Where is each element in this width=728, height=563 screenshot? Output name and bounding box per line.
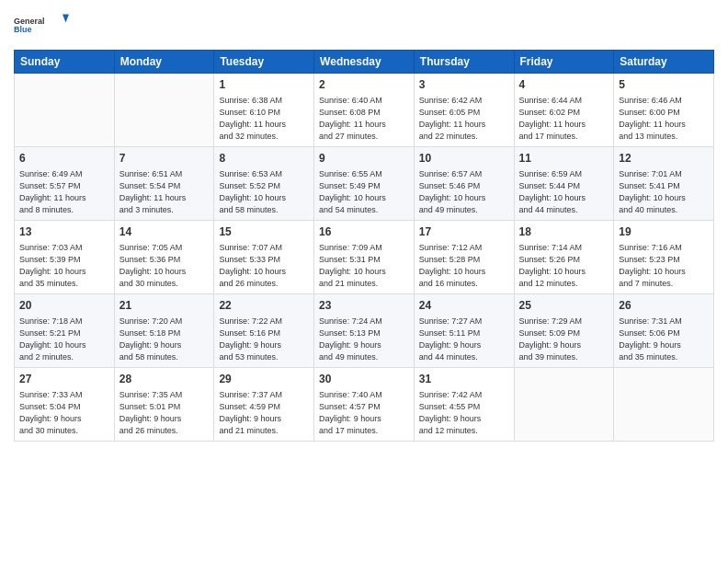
day-info: Sunrise: 6:53 AM Sunset: 5:52 PM Dayligh… xyxy=(219,168,309,216)
calendar-cell: 8Sunrise: 6:53 AM Sunset: 5:52 PM Daylig… xyxy=(214,147,314,221)
day-number: 14 xyxy=(119,224,210,240)
day-number: 2 xyxy=(319,77,409,93)
calendar-cell: 28Sunrise: 7:35 AM Sunset: 5:01 PM Dayli… xyxy=(114,368,214,442)
calendar-cell: 7Sunrise: 6:51 AM Sunset: 5:54 PM Daylig… xyxy=(114,147,214,221)
day-info: Sunrise: 7:24 AM Sunset: 5:13 PM Dayligh… xyxy=(319,316,409,363)
calendar-week-row: 20Sunrise: 7:18 AM Sunset: 5:21 PM Dayli… xyxy=(15,294,714,368)
calendar-cell xyxy=(614,368,714,442)
logo-svg: General Blue xyxy=(14,9,69,42)
day-number: 5 xyxy=(619,77,709,93)
day-info: Sunrise: 7:42 AM Sunset: 4:55 PM Dayligh… xyxy=(419,389,509,437)
day-info: Sunrise: 7:07 AM Sunset: 5:33 PM Dayligh… xyxy=(219,242,309,290)
calendar-cell: 18Sunrise: 7:14 AM Sunset: 5:26 PM Dayli… xyxy=(514,221,614,294)
day-info: Sunrise: 6:49 AM Sunset: 5:57 PM Dayligh… xyxy=(19,168,109,216)
calendar-cell: 6Sunrise: 6:49 AM Sunset: 5:57 PM Daylig… xyxy=(15,147,115,221)
calendar-cell: 11Sunrise: 6:59 AM Sunset: 5:44 PM Dayli… xyxy=(514,147,614,221)
calendar-cell: 21Sunrise: 7:20 AM Sunset: 5:18 PM Dayli… xyxy=(114,294,214,368)
day-number: 9 xyxy=(319,151,409,167)
calendar-cell: 22Sunrise: 7:22 AM Sunset: 5:16 PM Dayli… xyxy=(214,294,314,368)
svg-marker-2 xyxy=(63,15,69,23)
day-info: Sunrise: 6:59 AM Sunset: 5:44 PM Dayligh… xyxy=(519,168,609,216)
calendar-cell: 17Sunrise: 7:12 AM Sunset: 5:28 PM Dayli… xyxy=(414,221,514,294)
day-info: Sunrise: 7:03 AM Sunset: 5:39 PM Dayligh… xyxy=(19,242,109,290)
day-number: 12 xyxy=(619,151,709,167)
calendar-cell: 23Sunrise: 7:24 AM Sunset: 5:13 PM Dayli… xyxy=(314,294,415,368)
calendar-cell: 4Sunrise: 6:44 AM Sunset: 6:02 PM Daylig… xyxy=(514,74,614,147)
day-header-tuesday: Tuesday xyxy=(214,51,314,74)
day-header-wednesday: Wednesday xyxy=(314,51,415,74)
day-number: 21 xyxy=(119,298,210,314)
day-number: 22 xyxy=(219,298,309,314)
day-info: Sunrise: 6:46 AM Sunset: 6:00 PM Dayligh… xyxy=(619,95,709,143)
day-info: Sunrise: 6:40 AM Sunset: 6:08 PM Dayligh… xyxy=(319,95,409,143)
day-info: Sunrise: 7:18 AM Sunset: 5:21 PM Dayligh… xyxy=(19,316,109,363)
day-number: 18 xyxy=(519,224,609,240)
calendar-week-row: 27Sunrise: 7:33 AM Sunset: 5:04 PM Dayli… xyxy=(15,368,714,442)
calendar-cell: 5Sunrise: 6:46 AM Sunset: 6:00 PM Daylig… xyxy=(614,74,714,147)
calendar-cell: 30Sunrise: 7:40 AM Sunset: 4:57 PM Dayli… xyxy=(314,368,415,442)
day-info: Sunrise: 7:09 AM Sunset: 5:31 PM Dayligh… xyxy=(319,242,409,290)
day-header-sunday: Sunday xyxy=(15,51,115,74)
day-number: 13 xyxy=(19,224,109,240)
calendar-cell: 27Sunrise: 7:33 AM Sunset: 5:04 PM Dayli… xyxy=(15,368,115,442)
day-info: Sunrise: 7:31 AM Sunset: 5:06 PM Dayligh… xyxy=(619,316,709,363)
day-info: Sunrise: 7:29 AM Sunset: 5:09 PM Dayligh… xyxy=(519,316,609,363)
day-number: 28 xyxy=(119,372,210,387)
day-info: Sunrise: 7:16 AM Sunset: 5:23 PM Dayligh… xyxy=(619,242,709,290)
calendar-cell: 19Sunrise: 7:16 AM Sunset: 5:23 PM Dayli… xyxy=(614,221,714,294)
calendar-week-row: 1Sunrise: 6:38 AM Sunset: 6:10 PM Daylig… xyxy=(15,74,714,147)
calendar-cell xyxy=(15,74,115,147)
calendar-cell: 24Sunrise: 7:27 AM Sunset: 5:11 PM Dayli… xyxy=(414,294,514,368)
calendar-week-row: 6Sunrise: 6:49 AM Sunset: 5:57 PM Daylig… xyxy=(15,147,714,221)
header: General Blue xyxy=(14,9,714,42)
day-number: 20 xyxy=(19,298,109,314)
calendar-cell: 25Sunrise: 7:29 AM Sunset: 5:09 PM Dayli… xyxy=(514,294,614,368)
svg-text:Blue: Blue xyxy=(14,25,32,34)
day-header-friday: Friday xyxy=(514,51,614,74)
calendar-cell: 31Sunrise: 7:42 AM Sunset: 4:55 PM Dayli… xyxy=(414,368,514,442)
day-number: 6 xyxy=(19,151,109,167)
calendar-cell: 15Sunrise: 7:07 AM Sunset: 5:33 PM Dayli… xyxy=(214,221,314,294)
day-number: 7 xyxy=(119,151,210,167)
day-number: 24 xyxy=(419,298,509,314)
day-info: Sunrise: 6:42 AM Sunset: 6:05 PM Dayligh… xyxy=(419,95,509,143)
day-number: 19 xyxy=(619,224,709,240)
day-info: Sunrise: 7:37 AM Sunset: 4:59 PM Dayligh… xyxy=(219,389,309,437)
day-number: 31 xyxy=(419,372,509,387)
day-info: Sunrise: 7:40 AM Sunset: 4:57 PM Dayligh… xyxy=(319,389,409,437)
day-header-monday: Monday xyxy=(114,51,214,74)
day-info: Sunrise: 7:05 AM Sunset: 5:36 PM Dayligh… xyxy=(119,242,210,290)
day-info: Sunrise: 7:27 AM Sunset: 5:11 PM Dayligh… xyxy=(419,316,509,363)
day-number: 10 xyxy=(419,151,509,167)
day-number: 1 xyxy=(219,77,309,93)
day-number: 15 xyxy=(219,224,309,240)
logo: General Blue xyxy=(14,9,69,42)
day-info: Sunrise: 6:57 AM Sunset: 5:46 PM Dayligh… xyxy=(419,168,509,216)
day-number: 3 xyxy=(419,77,509,93)
calendar-cell: 12Sunrise: 7:01 AM Sunset: 5:41 PM Dayli… xyxy=(614,147,714,221)
calendar-table: SundayMondayTuesdayWednesdayThursdayFrid… xyxy=(14,50,714,442)
day-info: Sunrise: 7:12 AM Sunset: 5:28 PM Dayligh… xyxy=(419,242,509,290)
day-number: 4 xyxy=(519,77,609,93)
day-info: Sunrise: 7:20 AM Sunset: 5:18 PM Dayligh… xyxy=(119,316,210,363)
calendar-cell: 13Sunrise: 7:03 AM Sunset: 5:39 PM Dayli… xyxy=(15,221,115,294)
page: General Blue SundayMondayTuesdayWednesda… xyxy=(0,0,728,563)
svg-text:General: General xyxy=(14,17,45,26)
day-number: 23 xyxy=(319,298,409,314)
day-number: 29 xyxy=(219,372,309,387)
day-info: Sunrise: 6:55 AM Sunset: 5:49 PM Dayligh… xyxy=(319,168,409,216)
day-number: 17 xyxy=(419,224,509,240)
calendar-cell: 2Sunrise: 6:40 AM Sunset: 6:08 PM Daylig… xyxy=(314,74,415,147)
calendar-cell xyxy=(514,368,614,442)
day-info: Sunrise: 7:33 AM Sunset: 5:04 PM Dayligh… xyxy=(19,389,109,437)
day-number: 27 xyxy=(19,372,109,387)
day-info: Sunrise: 6:44 AM Sunset: 6:02 PM Dayligh… xyxy=(519,95,609,143)
calendar-header-row: SundayMondayTuesdayWednesdayThursdayFrid… xyxy=(15,51,714,74)
day-number: 30 xyxy=(319,372,409,387)
day-number: 11 xyxy=(519,151,609,167)
day-info: Sunrise: 6:51 AM Sunset: 5:54 PM Dayligh… xyxy=(119,168,210,216)
calendar-cell xyxy=(114,74,214,147)
calendar-cell: 14Sunrise: 7:05 AM Sunset: 5:36 PM Dayli… xyxy=(114,221,214,294)
calendar-cell: 29Sunrise: 7:37 AM Sunset: 4:59 PM Dayli… xyxy=(214,368,314,442)
calendar-cell: 20Sunrise: 7:18 AM Sunset: 5:21 PM Dayli… xyxy=(15,294,115,368)
